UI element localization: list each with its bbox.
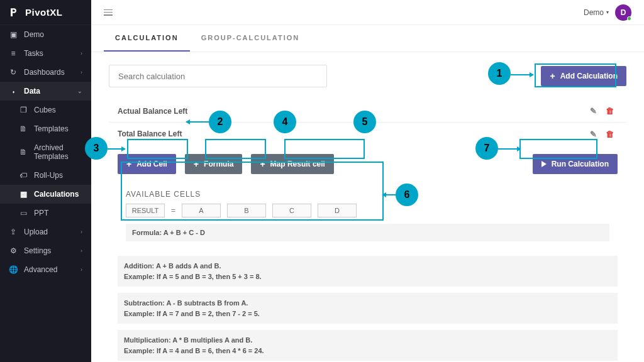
cell-c[interactable]: C xyxy=(272,204,311,217)
sidebar-item-roll-ups[interactable]: 🏷Roll-Ups xyxy=(0,166,91,185)
tab-group-calculation[interactable]: GROUP-CALCULATION xyxy=(190,25,311,52)
sidebar-item-dashboards[interactable]: ↻Dashboards› xyxy=(0,63,91,82)
cell-a[interactable]: A xyxy=(182,204,221,217)
grid-icon: ▦ xyxy=(19,190,28,199)
avatar: D xyxy=(615,4,631,21)
plus-icon: + xyxy=(194,159,199,169)
chevron-icon: ⌄ xyxy=(77,88,82,94)
plus-icon: + xyxy=(260,159,265,169)
tag-icon: 🏷 xyxy=(19,171,28,180)
sidebar-item-tasks[interactable]: ≡Tasks› xyxy=(0,44,91,63)
cell-d[interactable]: D xyxy=(318,204,357,217)
formula-hint: Multiplication: A * B multiplies A and B… xyxy=(118,330,618,361)
sidebar-item-label: Advanced xyxy=(24,265,80,274)
chevron-icon: › xyxy=(80,69,82,75)
formula-hint: Subtraction: A - B subtracts B from A.Ex… xyxy=(118,293,618,324)
formula-display: Formula: A + B + C - D xyxy=(126,224,609,241)
logo-icon xyxy=(9,7,20,18)
status-dot-icon xyxy=(627,16,631,21)
user-name: Demo xyxy=(584,8,604,17)
doc-icon: 🗎 xyxy=(19,124,28,133)
calc-row[interactable]: Total Balance Left ✎ 🗑 xyxy=(109,123,626,145)
result-cell[interactable]: RESULT xyxy=(126,204,165,217)
available-cells-panel: AVAILABLE CELLS RESULT = A B C D Formula… xyxy=(118,183,618,248)
sidebar-item-label: Dashboards xyxy=(24,68,80,77)
sidebar-item-label: Cubes xyxy=(34,106,82,114)
brand-name: PivotXL xyxy=(25,7,62,18)
add-calculation-button[interactable]: +Add Calculation xyxy=(541,66,626,86)
slide-icon: ▭ xyxy=(19,209,28,217)
delete-icon[interactable]: 🗑 xyxy=(601,106,618,116)
sidebar-item-label: Calculations xyxy=(34,190,82,199)
search-input[interactable] xyxy=(109,65,327,87)
refresh-icon: ↻ xyxy=(9,68,18,77)
upload-icon: ⇪ xyxy=(9,228,18,236)
sidebar-item-data[interactable]: ⬪Data⌄ xyxy=(0,82,91,101)
sidebar-item-ppt[interactable]: ▭PPT xyxy=(0,204,91,222)
add-cell-button[interactable]: +Add Cell xyxy=(118,154,176,174)
plus-icon: + xyxy=(550,71,555,81)
tab-calculation[interactable]: CALCULATION xyxy=(104,25,190,52)
globe-icon: 🌐 xyxy=(9,265,18,274)
edit-icon[interactable]: ✎ xyxy=(585,106,601,116)
calc-title: Total Balance Left xyxy=(118,129,585,138)
doc-icon: 🗎 xyxy=(19,148,28,156)
cell-b[interactable]: B xyxy=(227,204,266,217)
delete-icon[interactable]: 🗑 xyxy=(601,129,618,139)
sidebar-item-label: Demo xyxy=(24,30,82,39)
list-icon: ≡ xyxy=(9,49,18,58)
sidebar-item-upload[interactable]: ⇪Upload› xyxy=(0,222,91,241)
cube-icon: ❒ xyxy=(19,106,28,114)
plus-icon: + xyxy=(126,159,131,169)
main-content: CALCULATION GROUP-CALCULATION +Add Calcu… xyxy=(91,25,644,362)
sidebar-item-label: Archived Templates xyxy=(34,143,82,161)
edit-icon[interactable]: ✎ xyxy=(585,129,601,139)
sidebar-item-label: PPT xyxy=(34,209,82,217)
sidebar-item-cubes[interactable]: ❒Cubes xyxy=(0,101,91,119)
calc-title: Actual Balance Left xyxy=(118,107,585,116)
brand-logo: PivotXL xyxy=(0,0,91,25)
run-calculation-button[interactable]: Run Calculation xyxy=(533,154,618,174)
sidebar-item-calculations[interactable]: ▦Calculations xyxy=(0,185,91,204)
gear-icon: ⚙ xyxy=(9,246,18,255)
equals-sign: = xyxy=(171,206,175,215)
sidebar-item-advanced[interactable]: 🌐Advanced› xyxy=(0,260,91,279)
sidebar-item-archived-templates[interactable]: 🗎Archived Templates xyxy=(0,138,91,166)
formula-button[interactable]: +Formula xyxy=(185,154,243,174)
menu-toggle-icon[interactable] xyxy=(104,9,113,16)
map-result-button[interactable]: +Map Result cell xyxy=(251,154,334,174)
dash-icon: ▣ xyxy=(9,30,18,39)
sidebar-item-label: Tasks xyxy=(24,49,80,58)
sidebar-item-label: Upload xyxy=(24,228,80,236)
sidebar: PivotXL ▣Demo≡Tasks›↻Dashboards›⬪Data⌄❒C… xyxy=(0,0,91,362)
topbar: Demo ▾ D xyxy=(91,0,644,25)
bars-icon: ⬪ xyxy=(9,87,18,96)
sidebar-item-label: Templates xyxy=(34,124,82,133)
sidebar-item-label: Settings xyxy=(24,246,80,255)
chevron-icon: › xyxy=(80,248,82,254)
toolbar: +Add Cell +Formula +Map Result cell Run … xyxy=(109,145,626,183)
user-menu[interactable]: Demo ▾ D xyxy=(584,4,631,21)
calc-row[interactable]: Actual Balance Left ✎ 🗑 xyxy=(109,100,626,123)
play-icon xyxy=(541,161,547,167)
sidebar-item-label: Roll-Ups xyxy=(34,171,82,180)
formula-hint: Addition: A + B adds A and B.Example: If… xyxy=(118,256,618,287)
sidebar-item-templates[interactable]: 🗎Templates xyxy=(0,119,91,138)
chevron-icon: › xyxy=(80,229,82,235)
chevron-icon: › xyxy=(80,266,82,273)
panel-title: AVAILABLE CELLS xyxy=(126,190,609,199)
sidebar-item-label: Data xyxy=(24,87,77,96)
caret-down-icon: ▾ xyxy=(606,9,609,15)
sidebar-item-demo[interactable]: ▣Demo xyxy=(0,25,91,44)
sidebar-item-settings[interactable]: ⚙Settings› xyxy=(0,241,91,260)
tabs: CALCULATION GROUP-CALCULATION xyxy=(91,25,644,52)
chevron-icon: › xyxy=(80,50,82,57)
